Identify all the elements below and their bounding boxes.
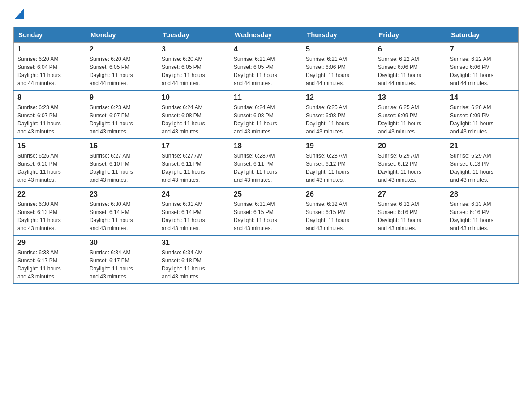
page-header xyxy=(13,9,519,18)
day-info: Sunrise: 6:28 AMSunset: 6:11 PMDaylight:… xyxy=(234,152,298,184)
day-info: Sunrise: 6:25 AMSunset: 6:08 PMDaylight:… xyxy=(306,103,370,136)
calendar-day-cell: 15Sunrise: 6:26 AMSunset: 6:10 PMDayligh… xyxy=(14,139,86,187)
calendar-day-cell: 29Sunrise: 6:33 AMSunset: 6:17 PMDayligh… xyxy=(14,235,86,284)
day-number: 22 xyxy=(17,190,82,198)
day-info: Sunrise: 6:29 AMSunset: 6:12 PMDaylight:… xyxy=(378,152,442,184)
calendar-day-cell: 23Sunrise: 6:30 AMSunset: 6:14 PMDayligh… xyxy=(86,187,158,235)
day-info: Sunrise: 6:32 AMSunset: 6:16 PMDaylight:… xyxy=(378,200,442,232)
calendar-day-cell: 6Sunrise: 6:22 AMSunset: 6:06 PMDaylight… xyxy=(374,43,446,91)
calendar-week-row: 22Sunrise: 6:30 AMSunset: 6:13 PMDayligh… xyxy=(14,187,519,235)
calendar-week-row: 8Sunrise: 6:23 AMSunset: 6:07 PMDaylight… xyxy=(14,90,519,139)
day-number: 5 xyxy=(306,45,370,53)
calendar-day-cell: 16Sunrise: 6:27 AMSunset: 6:10 PMDayligh… xyxy=(86,139,158,187)
calendar-day-header: Saturday xyxy=(446,27,519,43)
calendar-day-cell: 19Sunrise: 6:28 AMSunset: 6:12 PMDayligh… xyxy=(302,139,374,187)
day-number: 27 xyxy=(378,190,442,198)
day-info: Sunrise: 6:27 AMSunset: 6:11 PMDaylight:… xyxy=(162,152,226,184)
day-number: 17 xyxy=(162,142,226,150)
day-info: Sunrise: 6:31 AMSunset: 6:14 PMDaylight:… xyxy=(162,200,226,232)
calendar-day-cell: 2Sunrise: 6:20 AMSunset: 6:05 PMDaylight… xyxy=(86,43,158,91)
day-info: Sunrise: 6:23 AMSunset: 6:07 PMDaylight:… xyxy=(17,103,82,136)
calendar-day-cell: 3Sunrise: 6:20 AMSunset: 6:05 PMDaylight… xyxy=(158,43,230,91)
day-info: Sunrise: 6:20 AMSunset: 6:05 PMDaylight:… xyxy=(90,55,154,87)
day-info: Sunrise: 6:22 AMSunset: 6:06 PMDaylight:… xyxy=(378,55,442,87)
day-info: Sunrise: 6:33 AMSunset: 6:16 PMDaylight:… xyxy=(450,200,515,232)
calendar-day-cell xyxy=(230,235,302,284)
day-info: Sunrise: 6:30 AMSunset: 6:14 PMDaylight:… xyxy=(90,200,154,232)
calendar-day-cell: 18Sunrise: 6:28 AMSunset: 6:11 PMDayligh… xyxy=(230,139,302,187)
day-number: 21 xyxy=(450,142,515,150)
calendar-day-cell: 4Sunrise: 6:21 AMSunset: 6:05 PMDaylight… xyxy=(230,43,302,91)
day-info: Sunrise: 6:31 AMSunset: 6:15 PMDaylight:… xyxy=(234,200,298,232)
day-number: 23 xyxy=(90,190,154,198)
calendar-day-cell: 26Sunrise: 6:32 AMSunset: 6:15 PMDayligh… xyxy=(302,187,374,235)
calendar-day-cell: 14Sunrise: 6:26 AMSunset: 6:09 PMDayligh… xyxy=(446,90,519,139)
day-info: Sunrise: 6:32 AMSunset: 6:15 PMDaylight:… xyxy=(306,200,370,232)
day-number: 18 xyxy=(234,142,298,150)
day-info: Sunrise: 6:34 AMSunset: 6:18 PMDaylight:… xyxy=(162,248,226,281)
calendar-header-row: SundayMondayTuesdayWednesdayThursdayFrid… xyxy=(14,27,519,43)
day-info: Sunrise: 6:23 AMSunset: 6:07 PMDaylight:… xyxy=(90,103,154,136)
day-number: 14 xyxy=(450,94,515,102)
day-info: Sunrise: 6:24 AMSunset: 6:08 PMDaylight:… xyxy=(162,103,226,136)
day-number: 7 xyxy=(450,45,515,53)
day-info: Sunrise: 6:25 AMSunset: 6:09 PMDaylight:… xyxy=(378,103,442,136)
calendar-day-cell xyxy=(374,235,446,284)
calendar-day-cell: 25Sunrise: 6:31 AMSunset: 6:15 PMDayligh… xyxy=(230,187,302,235)
calendar-day-header: Monday xyxy=(86,27,158,43)
calendar-day-cell: 12Sunrise: 6:25 AMSunset: 6:08 PMDayligh… xyxy=(302,90,374,139)
day-info: Sunrise: 6:26 AMSunset: 6:10 PMDaylight:… xyxy=(17,152,82,184)
calendar-day-cell: 20Sunrise: 6:29 AMSunset: 6:12 PMDayligh… xyxy=(374,139,446,187)
svg-marker-0 xyxy=(15,9,24,19)
day-info: Sunrise: 6:24 AMSunset: 6:08 PMDaylight:… xyxy=(234,103,298,136)
day-number: 19 xyxy=(306,142,370,150)
calendar-day-cell: 27Sunrise: 6:32 AMSunset: 6:16 PMDayligh… xyxy=(374,187,446,235)
calendar-table: SundayMondayTuesdayWednesdayThursdayFrid… xyxy=(13,27,519,284)
calendar-week-row: 15Sunrise: 6:26 AMSunset: 6:10 PMDayligh… xyxy=(14,139,519,187)
calendar-day-cell: 1Sunrise: 6:20 AMSunset: 6:04 PMDaylight… xyxy=(14,43,86,91)
day-number: 11 xyxy=(234,94,298,102)
calendar-day-cell: 22Sunrise: 6:30 AMSunset: 6:13 PMDayligh… xyxy=(14,187,86,235)
day-info: Sunrise: 6:30 AMSunset: 6:13 PMDaylight:… xyxy=(17,200,82,232)
calendar-week-row: 29Sunrise: 6:33 AMSunset: 6:17 PMDayligh… xyxy=(14,235,519,284)
calendar-day-header: Friday xyxy=(374,27,446,43)
calendar-day-cell: 13Sunrise: 6:25 AMSunset: 6:09 PMDayligh… xyxy=(374,90,446,139)
day-number: 10 xyxy=(162,94,226,102)
day-info: Sunrise: 6:21 AMSunset: 6:05 PMDaylight:… xyxy=(234,55,298,87)
day-number: 3 xyxy=(162,45,226,53)
day-number: 9 xyxy=(90,94,154,102)
day-number: 12 xyxy=(306,94,370,102)
day-info: Sunrise: 6:33 AMSunset: 6:17 PMDaylight:… xyxy=(17,248,82,281)
calendar-day-header: Thursday xyxy=(302,27,374,43)
day-info: Sunrise: 6:21 AMSunset: 6:06 PMDaylight:… xyxy=(306,55,370,87)
day-number: 24 xyxy=(162,190,226,198)
calendar-day-cell: 10Sunrise: 6:24 AMSunset: 6:08 PMDayligh… xyxy=(158,90,230,139)
day-number: 8 xyxy=(17,94,82,102)
calendar-day-cell: 9Sunrise: 6:23 AMSunset: 6:07 PMDaylight… xyxy=(86,90,158,139)
day-number: 31 xyxy=(162,239,226,247)
calendar-day-cell: 28Sunrise: 6:33 AMSunset: 6:16 PMDayligh… xyxy=(446,187,519,235)
day-number: 1 xyxy=(17,45,82,53)
day-number: 30 xyxy=(90,239,154,247)
calendar-day-cell xyxy=(446,235,519,284)
day-info: Sunrise: 6:29 AMSunset: 6:13 PMDaylight:… xyxy=(450,152,515,184)
day-info: Sunrise: 6:34 AMSunset: 6:17 PMDaylight:… xyxy=(90,248,154,281)
calendar-day-cell: 11Sunrise: 6:24 AMSunset: 6:08 PMDayligh… xyxy=(230,90,302,139)
day-info: Sunrise: 6:20 AMSunset: 6:05 PMDaylight:… xyxy=(162,55,226,87)
day-number: 28 xyxy=(450,190,515,198)
calendar-day-cell: 17Sunrise: 6:27 AMSunset: 6:11 PMDayligh… xyxy=(158,139,230,187)
calendar-day-header: Tuesday xyxy=(158,27,230,43)
calendar-day-cell: 5Sunrise: 6:21 AMSunset: 6:06 PMDaylight… xyxy=(302,43,374,91)
calendar-day-header: Sunday xyxy=(14,27,86,43)
day-info: Sunrise: 6:20 AMSunset: 6:04 PMDaylight:… xyxy=(17,55,82,87)
day-info: Sunrise: 6:28 AMSunset: 6:12 PMDaylight:… xyxy=(306,152,370,184)
calendar-week-row: 1Sunrise: 6:20 AMSunset: 6:04 PMDaylight… xyxy=(14,43,519,91)
day-number: 2 xyxy=(90,45,154,53)
calendar-day-cell: 30Sunrise: 6:34 AMSunset: 6:17 PMDayligh… xyxy=(86,235,158,284)
day-number: 25 xyxy=(234,190,298,198)
day-number: 16 xyxy=(90,142,154,150)
day-number: 20 xyxy=(378,142,442,150)
day-number: 26 xyxy=(306,190,370,198)
calendar-day-cell: 7Sunrise: 6:22 AMSunset: 6:06 PMDaylight… xyxy=(446,43,519,91)
day-info: Sunrise: 6:22 AMSunset: 6:06 PMDaylight:… xyxy=(450,55,515,87)
